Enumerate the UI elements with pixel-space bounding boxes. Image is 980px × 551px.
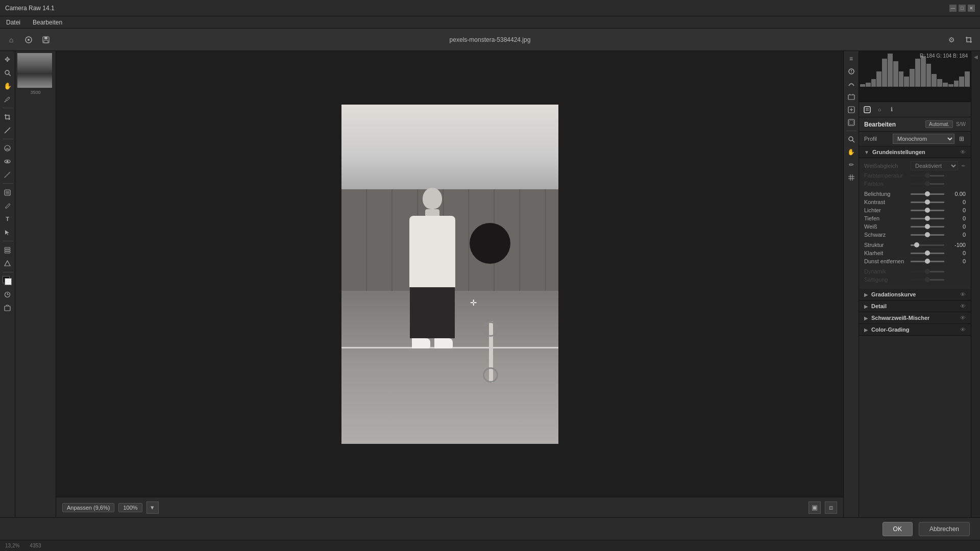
profile-select[interactable]: Monochrom (893, 134, 954, 144)
patch-tool[interactable] (2, 168, 14, 181)
farbton-row: Farbton (859, 180, 971, 188)
detail-eye[interactable]: 👁 (960, 303, 966, 309)
right-tool-1[interactable] (846, 66, 857, 77)
adjust-button[interactable]: Anpassen (9,6%) (62, 503, 114, 512)
farbton-slider (911, 183, 944, 185)
dunst-slider[interactable] (911, 261, 944, 262)
wb-dropper[interactable]: ✒ (961, 163, 966, 169)
lichter-slider[interactable] (911, 210, 944, 211)
detail-header[interactable]: ▶ Detail 👁 (859, 300, 971, 312)
cursor-tool[interactable] (2, 226, 14, 238)
panel-icon-mask[interactable]: ○ (874, 105, 885, 115)
right-tool-5[interactable] (846, 117, 857, 128)
svg-point-35 (849, 137, 853, 141)
right-tool-pencil[interactable]: ✏ (846, 159, 857, 170)
right-tools-expand[interactable]: ≡ (846, 53, 857, 64)
menu-bearbeiten[interactable]: Bearbeiten (31, 18, 64, 27)
home-icon[interactable]: ⌂ (4, 33, 18, 47)
right-tool-hand[interactable]: ✋ (846, 146, 857, 158)
save-icon[interactable] (39, 33, 53, 47)
kontrast-slider[interactable] (911, 202, 944, 203)
tiefen-slider[interactable] (911, 218, 944, 219)
spacer-4 (859, 284, 971, 287)
layers-tool[interactable] (2, 244, 14, 256)
klarheit-slider[interactable] (911, 253, 944, 254)
lichter-label: Lichter (864, 207, 908, 213)
belichtung-value: 0.00 (947, 191, 966, 197)
view-single[interactable]: ▣ (808, 502, 821, 514)
schwarz-value: 0 (947, 232, 966, 238)
history-tool[interactable] (2, 288, 14, 300)
sw-mischer-eye[interactable]: 👁 (960, 315, 966, 321)
extra-right-toggle[interactable]: ◀ (972, 53, 979, 60)
brush-icon[interactable] (21, 33, 36, 47)
profile-row: Profil Monochrom ⊞ (859, 132, 971, 146)
profile-label: Profil (864, 136, 890, 142)
right-tool-3[interactable] (846, 91, 857, 103)
schwarz-slider[interactable] (911, 234, 944, 236)
profile-grid-icon[interactable]: ⊞ (958, 135, 966, 143)
close-button[interactable]: ✕ (968, 5, 975, 12)
brush-tool[interactable] (2, 199, 14, 212)
zoom-dropdown[interactable]: ▾ (146, 502, 159, 514)
status-bar: 13,2% 4353 (0, 540, 980, 551)
belichtung-slider[interactable] (911, 193, 944, 195)
menu-datei[interactable]: Datei (4, 18, 22, 27)
text-tool[interactable]: T (2, 213, 14, 225)
ok-button[interactable]: OK (883, 522, 913, 536)
weiss-label: Weiß (864, 223, 908, 230)
svg-rect-27 (848, 95, 854, 99)
maximize-button[interactable]: □ (959, 5, 966, 12)
collection-tool[interactable] (2, 302, 14, 314)
masking-tool[interactable] (2, 142, 14, 154)
color-grading-eye[interactable]: 👁 (960, 327, 966, 333)
struktur-slider[interactable] (911, 244, 944, 246)
hand-tool[interactable]: ✋ (2, 80, 14, 92)
settings-icon[interactable]: ⚙ (944, 33, 959, 47)
svg-rect-3 (44, 37, 47, 39)
zoom-tool[interactable] (2, 66, 14, 79)
film-thumbnail[interactable] (17, 53, 52, 88)
sw-mischer-header[interactable]: ▶ Schwarzweiß-Mischer 👁 (859, 312, 971, 324)
move-tool[interactable]: ✥ (2, 53, 14, 65)
crop-tool[interactable] (2, 111, 14, 123)
view-split[interactable]: ⧈ (825, 502, 837, 514)
edit-header-right: Automat. S/W (925, 120, 966, 128)
zoom-100-button[interactable]: 100% (118, 503, 142, 512)
color-grading-header[interactable]: ▶ Color-Grading 👁 (859, 324, 971, 336)
wb-select[interactable]: Deaktiviert (911, 161, 958, 170)
photo-circle (470, 223, 510, 264)
grundeinstellungen-header[interactable]: ▼ Grundeinstellungen 👁 (859, 146, 971, 158)
crop-icon[interactable] (962, 33, 976, 47)
auto-button[interactable]: Automat. (925, 120, 953, 128)
right-tool-loupe[interactable] (846, 134, 857, 145)
eyedropper-tool[interactable] (2, 93, 14, 105)
cancel-button[interactable]: Abbrechen (919, 522, 970, 536)
color-fg[interactable] (2, 275, 14, 287)
main-content: ✥ ✋ T (0, 51, 980, 517)
farbtemperatur-label: Farbtemperatur (864, 172, 908, 179)
shape-tool[interactable] (2, 257, 14, 269)
gradationskurve-header[interactable]: ▶ Gradationskurve 👁 (859, 289, 971, 300)
main-image: ✛ (341, 105, 558, 444)
gradationskurve-chevron: ▶ (864, 292, 868, 297)
right-tool-4[interactable] (846, 104, 857, 115)
minimize-button[interactable]: — (949, 5, 957, 12)
red-eye-tool[interactable] (2, 155, 14, 167)
panel-icon-info[interactable]: ℹ (887, 105, 897, 115)
grundeinstellungen-eye[interactable]: 👁 (960, 149, 966, 155)
image-container[interactable]: ✛ (56, 51, 843, 497)
filter-tool[interactable] (2, 186, 14, 198)
svg-rect-16 (5, 247, 10, 249)
gradationskurve-eye[interactable]: 👁 (960, 291, 966, 297)
tiefen-value: 0 (947, 215, 966, 221)
film-thumb-label: 3500 (17, 90, 54, 95)
edit-header: Bearbeiten Automat. S/W (859, 117, 971, 132)
straighten-tool[interactable] (2, 124, 14, 136)
right-tool-grid[interactable] (846, 172, 857, 183)
hist-bar (921, 56, 926, 87)
panel-icon-edit[interactable] (862, 105, 872, 115)
weiss-slider[interactable] (911, 226, 944, 228)
struktur-label: Struktur (864, 242, 908, 248)
right-tool-2[interactable] (846, 79, 857, 90)
